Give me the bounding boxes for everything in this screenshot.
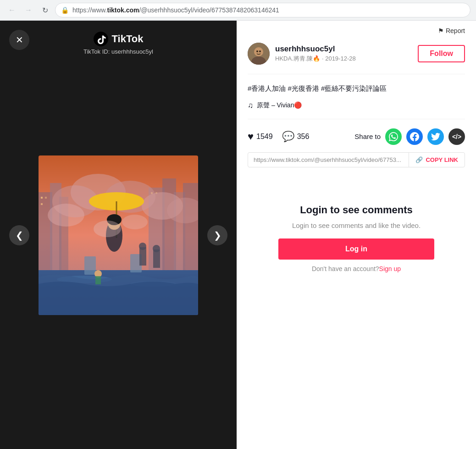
share-label: Share to (354, 133, 381, 140)
video-image (39, 155, 198, 315)
user-meta: HKDA.將青.陳🔥 · 2019-12-28 (275, 55, 412, 63)
svg-point-41 (256, 50, 258, 52)
svg-point-42 (259, 50, 261, 52)
likes-stat: ♥ 1549 (248, 131, 273, 143)
svg-point-33 (153, 245, 160, 252)
share-twitter-button[interactable] (427, 128, 444, 145)
likes-count: 1549 (256, 133, 273, 141)
login-subtitle: Login to see comments and like the video… (292, 222, 421, 229)
login-button[interactable]: Log in (278, 238, 434, 260)
signup-prompt: Don't have an account? (312, 265, 379, 272)
comments-count: 356 (297, 133, 310, 141)
login-title: Login to see comments (300, 204, 413, 216)
svg-rect-32 (153, 249, 160, 268)
artwork-svg (39, 155, 198, 315)
comments-stat: 💬 356 (282, 131, 310, 143)
svg-rect-30 (139, 247, 146, 266)
reload-button[interactable]: ↻ (39, 4, 51, 17)
description: #香港人加油 #光復香港 #藍絲不要污染評論區 (248, 83, 465, 94)
follow-button[interactable]: Follow (418, 45, 465, 62)
svg-point-39 (254, 47, 263, 56)
link-icon: 🔗 (415, 156, 423, 163)
svg-rect-28 (84, 256, 96, 275)
svg-rect-35 (95, 276, 101, 284)
address-bar[interactable]: 🔒 https://www.tiktok.com/@userhhhsuoc5yl… (55, 3, 470, 17)
divider-2 (248, 119, 465, 119)
back-button[interactable]: ← (6, 4, 18, 17)
user-header: userhhhsuoc5yl HKDA.將青.陳🔥 · 2019-12-28 F… (248, 43, 465, 65)
stats-row: ♥ 1549 💬 356 (248, 131, 309, 143)
share-whatsapp-button[interactable] (385, 128, 402, 145)
signup-row: Don't have an account?Sign up (312, 265, 401, 272)
tiktok-logo-area: TikTok TikTok ID: userhhhsuoc5yl (83, 32, 153, 55)
comment-icon: 💬 (282, 131, 294, 143)
signup-link[interactable]: Sign up (379, 265, 401, 272)
link-text: https://www.tiktok.com/@userhhhsuoc5yl/v… (248, 153, 409, 167)
info-panel: ⚑ Report userhhhsuoc5yl HKDA (237, 21, 476, 449)
login-section: Login to see comments Login to see comme… (248, 186, 465, 291)
divider-1 (248, 74, 465, 74)
share-row: Share to </> (354, 128, 465, 145)
tiktok-id-text: TikTok ID: userhhhsuoc5yl (83, 48, 153, 55)
svg-point-31 (139, 243, 146, 250)
svg-rect-10 (45, 197, 47, 199)
username: userhhhsuoc5yl (275, 44, 412, 54)
svg-point-37 (122, 215, 148, 229)
video-panel: ✕ TikTok TikTok ID: userhhhsuoc5yl (0, 21, 237, 449)
browser-chrome: ← → ↻ 🔒 https://www.tiktok.com/@userhhhs… (0, 0, 476, 21)
flag-icon: ⚑ (438, 27, 444, 34)
music-icon: ♫ (248, 101, 253, 110)
avatar (248, 43, 270, 65)
page-container: ✕ TikTok TikTok ID: userhhhsuoc5yl (0, 21, 476, 449)
report-label: Report (446, 27, 465, 34)
next-button[interactable]: ❯ (207, 225, 227, 245)
lock-icon: 🔒 (61, 6, 69, 14)
heart-icon: ♥ (248, 131, 254, 143)
share-facebook-button[interactable] (406, 128, 423, 145)
user-info: userhhhsuoc5yl HKDA.將青.陳🔥 · 2019-12-28 (275, 44, 412, 63)
prev-button[interactable]: ❮ (9, 225, 29, 245)
copy-link-button[interactable]: 🔗 COPY LINK (409, 153, 465, 167)
tiktok-brand-text: TikTok (112, 33, 144, 45)
url-text: https://www.tiktok.com/@userhhhsuoc5yl/v… (72, 6, 465, 14)
svg-point-18 (48, 204, 84, 227)
music-label: 原聲 – Vivian🔴 (257, 101, 302, 110)
svg-point-36 (94, 221, 121, 237)
forward-button[interactable]: → (22, 4, 35, 17)
svg-rect-11 (41, 203, 43, 205)
share-embed-button[interactable]: </> (448, 128, 465, 145)
report-button[interactable]: ⚑ Report (438, 27, 465, 34)
svg-rect-9 (41, 197, 43, 199)
music-row: ♫ 原聲 – Vivian🔴 (248, 101, 465, 110)
close-button[interactable]: ✕ (9, 30, 29, 50)
stats-share-row: ♥ 1549 💬 356 Share to (248, 128, 465, 145)
link-row: https://www.tiktok.com/@userhhhsuoc5yl/v… (248, 152, 465, 167)
tiktok-logo-icon (94, 32, 108, 46)
copy-link-label: COPY LINK (426, 156, 458, 163)
